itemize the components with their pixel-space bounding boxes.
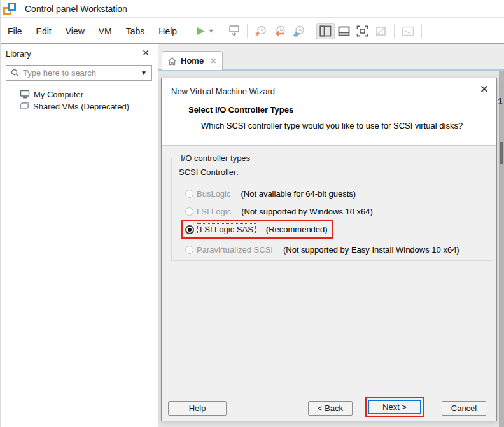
snapshot-manager-icon (292, 25, 305, 37)
library-header: Library ✕ (1, 46, 157, 62)
dialog-body: I/O controller types SCSI Controller: Bu… (162, 146, 496, 393)
show-thumbnail-bar-toggle[interactable] (335, 23, 353, 39)
main-area: Home ✕ 1 New Virtual Machine Wizard ✕ Se… (158, 44, 504, 427)
send-ctrl-alt-del-icon (228, 25, 240, 36)
power-on-button[interactable]: ▼ (192, 24, 217, 39)
menu-view[interactable]: View (59, 24, 92, 39)
revert-snapshot-icon (273, 25, 286, 37)
scsi-controller-label: SCSI Controller: (179, 167, 239, 177)
window-title: Control panel Workstation (25, 4, 127, 14)
search-input[interactable] (23, 68, 141, 78)
dialog-close-icon[interactable]: ✕ (480, 84, 489, 95)
radio-buslogic (185, 190, 193, 198)
computer-icon (20, 90, 30, 99)
library-search[interactable]: ▼ (6, 65, 152, 81)
tree-item-my-computer[interactable]: My Computer (1, 88, 157, 100)
back-button[interactable]: < Back (308, 401, 353, 416)
vmware-logo-icon (3, 2, 17, 16)
show-library-toggle[interactable] (316, 23, 335, 39)
library-title: Library (6, 49, 31, 59)
toolbar-separator (188, 24, 188, 38)
logo-blue-square (8, 3, 16, 11)
radio-paravirtualized-scsi (185, 246, 193, 254)
io-controller-groupbox: I/O controller types SCSI Controller: Bu… (171, 158, 493, 261)
vertical-scrollbar[interactable] (499, 71, 504, 427)
title-bar: Control panel Workstation (1, 0, 504, 18)
new-vm-wizard-dialog: New Virtual Machine Wizard ✕ Select I/O … (161, 78, 497, 421)
thumbnail-bar-icon (338, 25, 350, 37)
tree-item-shared-vms[interactable]: Shared VMs (Deprecated) (1, 101, 157, 112)
dialog-header: New Virtual Machine Wizard ✕ Select I/O … (162, 78, 496, 146)
option-label: LSI Logic (197, 207, 231, 216)
search-icon (11, 69, 19, 77)
option-label: BusLogic (197, 189, 230, 199)
library-tree: My Computer Shared VMs (Deprecated) (1, 88, 157, 113)
dialog-description: Which SCSI controller type would you lik… (201, 121, 463, 130)
toolbar-separator (394, 24, 395, 38)
take-snapshot-icon (255, 25, 267, 37)
tab-home[interactable]: Home ✕ (162, 51, 223, 70)
option-lsi-logic-sas: LSI Logic SAS (Recommended) (181, 220, 333, 239)
tab-strip: Home ✕ (158, 44, 504, 71)
option-label[interactable]: LSI Logic SAS (197, 223, 256, 235)
help-button[interactable]: Help (168, 401, 227, 416)
next-button[interactable]: Next > (368, 400, 421, 414)
background-partial-text: 1 (498, 96, 503, 106)
full-screen-icon (356, 25, 368, 37)
play-icon (195, 26, 206, 36)
virtual-console-button (398, 23, 417, 39)
tab-close-icon[interactable]: ✕ (210, 57, 216, 66)
option-paravirtualized-scsi: Paravirtualized SCSI (Not supported by E… (185, 245, 459, 255)
unity-mode-button (372, 23, 390, 39)
toolbar-separator (247, 24, 248, 38)
dialog-footer: Help < Back Next > Cancel (162, 393, 496, 421)
power-dropdown-caret-icon[interactable]: ▼ (208, 28, 214, 34)
search-dropdown-caret-icon[interactable]: ▼ (141, 69, 147, 76)
toolbar-separator (312, 24, 312, 38)
tree-item-label: My Computer (34, 90, 83, 99)
menu-help[interactable]: Help (151, 24, 184, 39)
menu-toolbar: File Edit View VM Tabs Help ▼ (1, 18, 504, 44)
console-icon (402, 25, 414, 37)
menu-tabs[interactable]: Tabs (119, 24, 152, 39)
shared-vm-icon (20, 102, 29, 111)
tree-item-label: Shared VMs (Deprecated) (33, 102, 129, 111)
full-screen-button[interactable] (353, 23, 372, 39)
library-pane-icon (319, 25, 332, 37)
revert-snapshot-button[interactable] (270, 23, 289, 39)
groupbox-label: I/O controller types (178, 153, 253, 163)
dialog-title: New Virtual Machine Wizard (171, 87, 275, 96)
app-body: Library ✕ ▼ My Computer (1, 44, 504, 427)
cancel-button[interactable]: Cancel (442, 401, 486, 416)
toolbar-separator (421, 24, 422, 38)
option-label: Paravirtualized SCSI (197, 245, 273, 255)
menu-edit[interactable]: Edit (29, 24, 59, 39)
menu-file[interactable]: File (1, 24, 29, 39)
option-note: (Not supported by Easy Install Windows 1… (283, 245, 459, 255)
option-lsi-logic: LSI Logic (Not supported by Windows 10 x… (185, 207, 373, 216)
dialog-heading: Select I/O Controller Types (188, 105, 293, 115)
option-buslogic: BusLogic (Not available for 64-bit guest… (185, 189, 356, 199)
scrollbar-thumb[interactable] (500, 142, 503, 164)
menu-vm[interactable]: VM (92, 24, 119, 39)
home-icon (167, 57, 177, 66)
snapshot-manager-button[interactable] (289, 23, 308, 39)
radio-lsi-logic (185, 207, 193, 216)
option-note: (Not supported by Windows 10 x64) (241, 207, 373, 216)
radio-lsi-logic-sas[interactable] (185, 225, 194, 234)
option-note: (Recommended) (266, 225, 328, 234)
send-ctrl-alt-del-button[interactable] (225, 23, 243, 39)
option-note: (Not available for 64-bit guests) (241, 189, 356, 199)
library-close-icon[interactable]: ✕ (142, 48, 150, 58)
toolbar-separator (221, 24, 221, 38)
highlight-red-box: Next > (365, 397, 424, 417)
highlight-red-box: LSI Logic SAS (Recommended) (181, 220, 333, 239)
unity-mode-icon (375, 25, 387, 37)
library-panel: Library ✕ ▼ My Computer (1, 44, 157, 427)
vmware-workstation-window: Control panel Workstation File Edit View… (0, 0, 504, 427)
tab-home-label: Home (181, 56, 204, 66)
take-snapshot-button[interactable] (251, 23, 270, 39)
